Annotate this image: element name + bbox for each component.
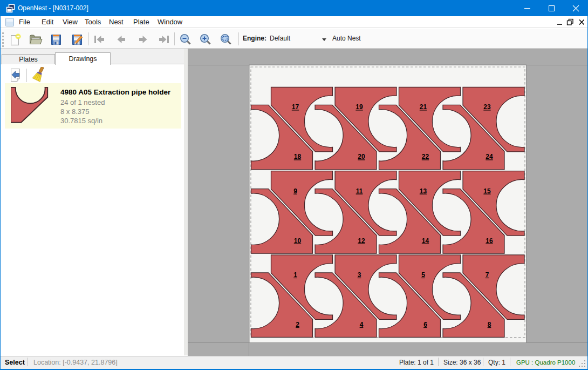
svg-text:21: 21 <box>420 103 427 111</box>
svg-text:23: 23 <box>483 103 491 111</box>
svg-text:4: 4 <box>360 321 364 328</box>
svg-text:19: 19 <box>355 103 363 111</box>
svg-text:5: 5 <box>421 271 425 279</box>
svg-text:20: 20 <box>358 153 365 160</box>
svg-text:3: 3 <box>358 271 361 279</box>
svg-text:8: 8 <box>488 321 491 328</box>
svg-text:10: 10 <box>294 237 302 245</box>
svg-text:15: 15 <box>483 187 491 195</box>
svg-text:16: 16 <box>486 237 493 245</box>
svg-text:24: 24 <box>486 153 493 160</box>
svg-text:7: 7 <box>486 271 489 279</box>
svg-text:6: 6 <box>423 321 427 328</box>
svg-text:17: 17 <box>292 103 299 111</box>
svg-text:22: 22 <box>422 153 429 160</box>
svg-text:11: 11 <box>356 187 363 195</box>
svg-text:1: 1 <box>293 271 297 279</box>
svg-text:13: 13 <box>420 187 427 195</box>
svg-text:9: 9 <box>293 187 297 195</box>
svg-text:18: 18 <box>294 153 302 160</box>
svg-text:12: 12 <box>358 237 365 245</box>
svg-text:2: 2 <box>296 321 299 328</box>
svg-text:14: 14 <box>422 237 429 245</box>
